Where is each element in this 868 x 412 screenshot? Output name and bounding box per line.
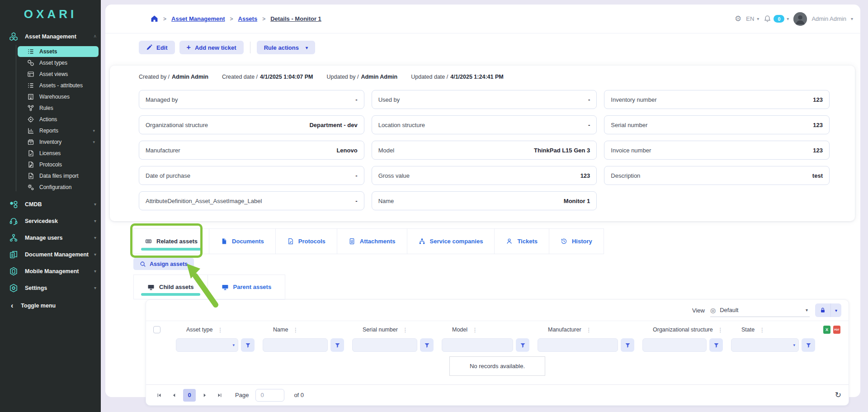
tab-tickets[interactable]: Tickets <box>495 228 549 254</box>
filter-input-organizational-structure[interactable] <box>642 338 707 352</box>
subtab-child-assets[interactable]: Child assets <box>133 275 208 299</box>
pencil-icon <box>146 44 152 51</box>
sidebar-item-warehouses[interactable]: Warehouses <box>18 91 99 102</box>
tab-documents[interactable]: Documents <box>209 228 276 254</box>
license-document-icon <box>27 150 34 157</box>
detail-tabs: Related assets Documents Protocols Attac… <box>133 228 860 254</box>
filter-input-asset-type[interactable] <box>176 338 238 352</box>
lock-options-button[interactable]: ▾ <box>830 303 841 317</box>
sidebar-item-label: Licenses <box>39 150 61 156</box>
sidebar-item-label: Reports <box>39 128 58 134</box>
sidebar-item-label: Asset types <box>39 60 67 66</box>
refresh-icon[interactable]: ↻ <box>835 390 841 400</box>
filter-button-asset-type[interactable] <box>241 338 255 352</box>
column-menu-icon[interactable]: ⋮ <box>586 327 592 333</box>
sidebar-group-settings[interactable]: Settings ▾ <box>0 279 101 296</box>
first-page-button[interactable] <box>153 389 165 401</box>
target-icon <box>27 116 34 123</box>
filter-input-serial-number[interactable] <box>352 338 417 352</box>
sidebar-item-rules[interactable]: Rules <box>18 103 99 114</box>
filter-button-model[interactable] <box>516 338 529 352</box>
filter-input-model[interactable] <box>442 338 513 352</box>
user-name[interactable]: Admin Admin <box>811 15 846 22</box>
sidebar-group-servicedesk[interactable]: Servicedesk ▾ <box>0 213 101 229</box>
sidebar-item-actions[interactable]: Actions <box>18 114 99 125</box>
sidebar-group-manage-users[interactable]: Manage users ▾ <box>0 229 101 246</box>
tab-history[interactable]: History <box>549 228 604 254</box>
filter-input-manufacturer[interactable] <box>538 338 618 352</box>
edit-button[interactable]: Edit <box>139 41 175 54</box>
sidebar-item-licenses[interactable]: Licenses <box>18 148 99 159</box>
avatar[interactable] <box>793 12 807 26</box>
subtab-parent-assets[interactable]: Parent assets <box>208 275 286 299</box>
tab-protocols[interactable]: Protocols <box>276 228 337 254</box>
sidebar-group-document-management[interactable]: Document Management ▾ <box>0 246 101 263</box>
sidebar-item-reports[interactable]: Reports ▾ <box>18 125 99 136</box>
rule-actions-button[interactable]: Rule actions ▾ <box>257 41 315 54</box>
sidebar-item-configuration[interactable]: Configuration <box>18 182 99 193</box>
lock-view-button[interactable] <box>815 303 830 317</box>
column-menu-icon[interactable]: ⋮ <box>759 327 765 333</box>
column-header-organizational-structure: Organizational structure <box>653 327 713 333</box>
empty-message: No records available. <box>449 356 545 376</box>
sidebar-item-asset-views[interactable]: Asset views <box>18 69 99 80</box>
filter-button-state[interactable] <box>802 338 815 352</box>
sidebar-group-cmdb[interactable]: CMDB ▾ <box>0 196 101 213</box>
select-all-checkbox[interactable] <box>153 326 160 333</box>
sidebar-group-mobile-management[interactable]: Mobile Management ▾ <box>0 263 101 279</box>
asset-management-submenu: Assets Asset types Asset views Assets - … <box>0 45 101 196</box>
users-tree-icon <box>9 233 18 242</box>
page-number-input[interactable] <box>255 389 284 402</box>
column-menu-icon[interactable]: ⋮ <box>472 327 478 333</box>
home-icon[interactable] <box>151 15 158 23</box>
sidebar-item-inventory[interactable]: Inventory ▾ <box>18 137 99 147</box>
add-new-ticket-button[interactable]: + Add new ticket <box>179 41 244 54</box>
asset-details-card: Created by /Admin Admin Created date /4/… <box>110 66 855 221</box>
filter-input-state[interactable] <box>731 338 799 352</box>
tab-service-companies[interactable]: Service companies <box>407 228 495 254</box>
tab-related-assets[interactable]: Related assets <box>133 228 209 254</box>
language-selector[interactable]: EN ▾ <box>746 15 759 22</box>
filter-button-manufacturer[interactable] <box>621 338 634 352</box>
hexagons-icon <box>27 59 34 66</box>
assign-assets-button[interactable]: Assign assets <box>133 258 194 270</box>
filter-button-organizational-structure[interactable] <box>709 338 723 352</box>
export-pdf-icon[interactable]: PDF <box>833 326 840 334</box>
view-select[interactable]: ◎ Default ▾ <box>710 303 810 317</box>
column-menu-icon[interactable]: ⋮ <box>717 327 724 333</box>
view-select-value: Default <box>720 307 738 313</box>
filter-input-name[interactable] <box>263 338 328 352</box>
pagination-bar: 0 Page of 0 ↻ <box>146 384 849 405</box>
column-menu-icon[interactable]: ⋮ <box>292 327 299 333</box>
sidebar-group-label: Servicedesk <box>25 218 94 224</box>
breadcrumb-link-assets[interactable]: Assets <box>238 15 258 22</box>
toggle-menu-button[interactable]: ‹ Toggle menu <box>0 297 101 314</box>
chevron-up-icon: ˄ <box>94 34 96 39</box>
breadcrumb-link-asset-management[interactable]: Asset Management <box>171 15 225 22</box>
sidebar-item-assets-attributes[interactable]: Assets - attributes <box>18 80 99 91</box>
sidebar-item-data-files-import[interactable]: Data files import <box>18 170 99 181</box>
column-menu-icon[interactable]: ⋮ <box>217 327 223 333</box>
export-excel-icon[interactable]: X <box>823 326 830 334</box>
notifications-button[interactable]: 0 ▾ <box>764 15 789 23</box>
column-header-name: Name <box>273 327 288 333</box>
eye-icon: ◎ <box>710 307 716 314</box>
monitor-icon <box>147 284 155 291</box>
column-header-asset-type: Asset type <box>186 327 212 333</box>
gear-icon[interactable]: ⚙ <box>735 14 741 24</box>
filter-button-serial-number[interactable] <box>420 338 434 352</box>
chevron-down-icon: ▾ <box>94 269 96 274</box>
filter-button-name[interactable] <box>330 338 344 352</box>
next-page-button[interactable] <box>199 389 211 401</box>
sidebar-group-asset-management[interactable]: Asset Management ˄ <box>0 28 101 45</box>
last-page-button[interactable] <box>214 389 226 401</box>
sidebar-item-asset-types[interactable]: Asset types <box>18 57 99 68</box>
previous-page-button[interactable] <box>168 389 180 401</box>
sidebar-item-label: Asset views <box>39 71 68 77</box>
sidebar-item-assets[interactable]: Assets <box>18 46 99 57</box>
current-page-button[interactable]: 0 <box>183 389 196 402</box>
sidebar-item-protocols[interactable]: Protocols <box>18 159 99 170</box>
tab-attachments[interactable]: Attachments <box>337 228 407 254</box>
column-menu-icon[interactable]: ⋮ <box>402 327 409 333</box>
history-icon <box>561 238 567 245</box>
